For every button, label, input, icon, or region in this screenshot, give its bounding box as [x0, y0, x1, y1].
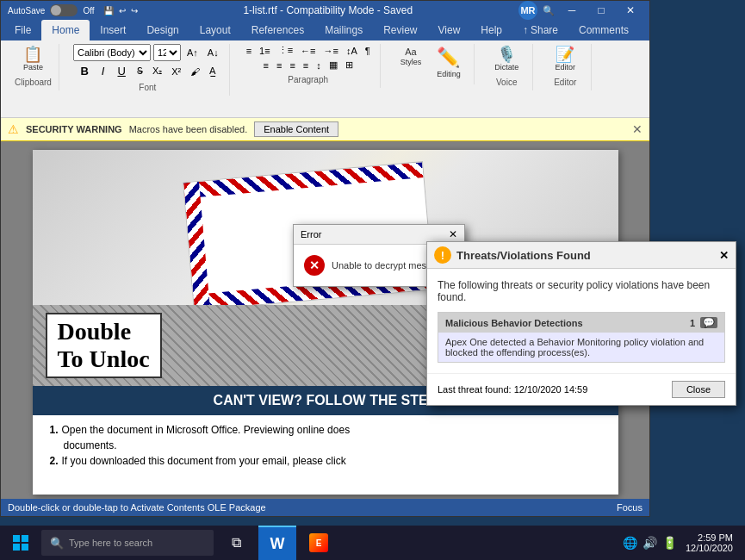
taskbar: 🔍 Type here to search ⧉ W E 🌐 🔊 🔋 2:59 P… — [0, 526, 745, 560]
threats-detail-row: Apex One detected a Behavior Monitoring … — [438, 333, 724, 362]
tab-view[interactable]: View — [428, 20, 471, 40]
warning-icon: ⚠ — [8, 122, 19, 136]
threats-title: ! Threats/Violations Found — [434, 246, 591, 264]
error-close-button[interactable]: ✕ — [449, 228, 457, 240]
ribbon-tabs: File Home Insert Design Layout Reference… — [1, 20, 649, 40]
tab-help[interactable]: Help — [470, 20, 512, 40]
threats-body: The following threats or security policy… — [427, 269, 736, 373]
last-threat-text: Last threat found: 12/10/2020 14:59 — [438, 384, 587, 395]
highlight-button[interactable]: 🖌 — [187, 65, 203, 78]
numbering-button[interactable]: 1≡ — [257, 45, 273, 57]
threats-dialog: ! Threats/Violations Found ✕ The followi… — [426, 241, 736, 406]
autosave-label: AutoSave — [8, 6, 45, 16]
indent-increase-button[interactable]: →≡ — [321, 45, 341, 57]
dictate-button[interactable]: 🎙️ Dictate — [488, 44, 525, 74]
tab-home[interactable]: Home — [41, 20, 90, 40]
paste-button[interactable]: 📋 Paste — [17, 44, 49, 74]
error-message: Unable to decrypt mes — [332, 260, 426, 271]
minimize-button[interactable]: ─ — [560, 2, 584, 19]
tab-layout[interactable]: Layout — [189, 20, 241, 40]
quick-access-undo[interactable]: ↩ — [119, 6, 126, 16]
superscript-button[interactable]: X² — [168, 65, 184, 78]
threats-count-area: 1 💬 — [690, 317, 717, 328]
multilevel-button[interactable]: ⋮≡ — [276, 44, 295, 57]
clipboard-row: 📋 Paste — [17, 44, 49, 74]
shading-button[interactable]: ▦ — [326, 59, 340, 72]
status-left: Double-click or double-tap to Activate C… — [8, 502, 266, 513]
quick-access-redo[interactable]: ↪ — [131, 6, 138, 16]
warning-close-button[interactable]: ✕ — [632, 122, 643, 136]
sort-button[interactable]: ↕A — [344, 45, 360, 57]
align-right-button[interactable]: ≡ — [287, 59, 297, 72]
font-size-select[interactable]: 12 — [153, 44, 181, 61]
taskbar-right: 🌐 🔊 🔋 2:59 PM 12/10/2020 — [623, 532, 745, 553]
editor-button[interactable]: 📝 Editor — [549, 44, 581, 74]
justify-button[interactable]: ≡ — [301, 59, 311, 72]
font-family-select[interactable]: Calibri (Body) — [73, 44, 151, 61]
editing-icon: ✏️ — [437, 47, 460, 69]
indent-decrease-button[interactable]: ←≡ — [298, 45, 318, 57]
clipboard-group: 📋 Paste Clipboard — [8, 44, 59, 90]
autosave-toggle[interactable] — [50, 4, 78, 16]
fontcolor-button[interactable]: A̲ — [206, 64, 220, 78]
font-label: Font — [139, 79, 156, 92]
close-button[interactable]: ✕ — [618, 2, 643, 19]
threats-table-header: Malicious Behavior Detections 1 💬 — [438, 313, 724, 333]
enable-content-button[interactable]: Enable Content — [254, 121, 338, 137]
threats-table: Malicious Behavior Detections 1 💬 Apex O… — [438, 312, 725, 363]
font-group: Calibri (Body) 12 A↑ A↓ B I U S̶ X₂ X² 🖌… — [66, 44, 230, 96]
font-grow-button[interactable]: A↑ — [183, 46, 202, 59]
line-spacing-button[interactable]: ↕ — [314, 59, 324, 72]
tab-share[interactable]: ↑Share — [512, 20, 568, 40]
threats-warning-icon: ! — [434, 246, 451, 264]
autosave-bar: AutoSave Off 💾 ↩ ↪ 1-list.rtf - Compatib… — [1, 1, 649, 20]
task-view-icon: ⧉ — [232, 535, 241, 551]
start-button[interactable] — [3, 526, 38, 560]
step1-cont: documents. — [50, 439, 601, 451]
align-center-button[interactable]: ≡ — [274, 59, 284, 72]
window-title: 1-list.rtf - Compatibility Mode - Saved — [143, 4, 513, 16]
clock: 2:59 PM 12/10/2020 — [680, 532, 738, 553]
tab-review[interactable]: Review — [373, 20, 427, 40]
strikethrough-button[interactable]: S̶ — [133, 64, 146, 78]
tab-file[interactable]: File — [4, 20, 41, 40]
tab-mailings[interactable]: Mailings — [314, 20, 373, 40]
borders-button[interactable]: ⊞ — [343, 59, 356, 72]
taskbar-search[interactable]: 🔍 Type here to search — [41, 530, 214, 556]
user-avatar[interactable]: MR — [518, 1, 537, 20]
show-formatting-button[interactable]: ¶ — [363, 45, 373, 57]
date-display: 12/10/2020 — [686, 543, 733, 553]
voice-group: 🎙️ Dictate Voice — [481, 44, 533, 90]
time-display: 2:59 PM — [686, 532, 733, 543]
security-warning-bar: ⚠ SECURITY WARNING Macros have been disa… — [1, 118, 649, 141]
align-left-button[interactable]: ≡ — [261, 59, 271, 72]
subscript-button[interactable]: X₂ — [149, 64, 165, 78]
styles-button[interactable]: Aa Styles — [394, 44, 428, 69]
pinned-app-1[interactable]: E — [300, 526, 338, 560]
steps-content: 1.Open the document in Microsoft Office.… — [33, 415, 618, 476]
tab-references[interactable]: References — [241, 20, 314, 40]
bold-button[interactable]: B — [75, 63, 93, 79]
double-click-line1: Double — [58, 318, 150, 345]
word-taskbar-button[interactable]: W — [258, 526, 296, 560]
bullets-button[interactable]: ≡ — [244, 45, 254, 57]
font-row1: Calibri (Body) 12 A↑ A↓ — [73, 44, 222, 61]
threats-title-bar: ! Threats/Violations Found ✕ — [427, 242, 736, 269]
threats-close-x[interactable]: ✕ — [719, 249, 729, 262]
underline-button[interactable]: U — [112, 63, 130, 79]
error-icon: ✕ — [304, 255, 325, 276]
maximize-button[interactable]: □ — [589, 2, 613, 19]
status-bar: Double-click or double-tap to Activate C… — [1, 499, 649, 516]
task-view-button[interactable]: ⧉ — [217, 526, 255, 560]
tab-insert[interactable]: Insert — [90, 20, 136, 40]
taskbar-search-icon: 🔍 — [50, 537, 64, 550]
tab-design[interactable]: Design — [136, 20, 189, 40]
editing-button[interactable]: ✏️ Editing — [431, 44, 467, 81]
search-icon[interactable]: 🔍 — [543, 5, 555, 16]
threats-close-button[interactable]: Close — [672, 381, 725, 398]
double-click-box[interactable]: Double To Unloc — [46, 313, 162, 378]
italic-button[interactable]: I — [96, 63, 110, 79]
tab-comments[interactable]: Comments — [568, 20, 639, 40]
quick-access-save[interactable]: 💾 — [103, 6, 114, 16]
font-shrink-button[interactable]: A↓ — [204, 46, 222, 59]
